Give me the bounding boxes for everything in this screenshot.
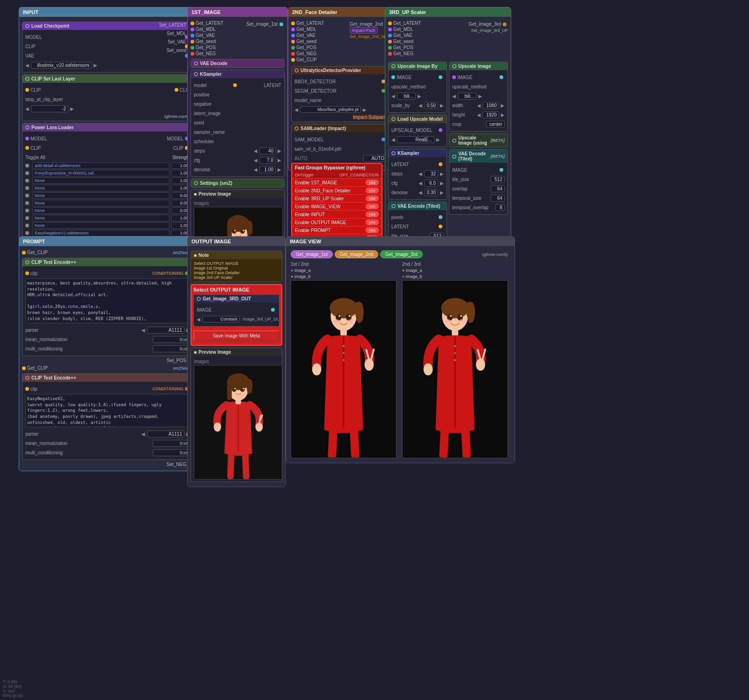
third-scaler-header: 3RD_UP Scaler <box>385 7 511 17</box>
anime-figure-output <box>194 365 282 479</box>
lora-row-9: EasyNegativeV2.safetensors 1.00 <box>25 230 190 236</box>
get-pos-1st: Get_POS <box>191 45 285 50</box>
power-lora-header[interactable]: ⬡ Power Lora Loader <box>22 124 193 131</box>
compare-2-3: 2nd / 3rd ● image_a ● image_b <box>402 262 510 458</box>
status-v: V: 162 <box>3 689 23 693</box>
load-upscale-node: ⬡ Load Upscale Model UPSCALE_MODEL ◀ <box>388 115 447 147</box>
lora-row-0: add-detail-xl.safetensors 1.00 <box>25 162 190 169</box>
svg-point-60 <box>424 363 433 375</box>
svg-point-48 <box>441 298 469 318</box>
svg-point-53 <box>445 319 451 323</box>
settings-smz-header[interactable]: ⬡ Settings (smZ) <box>191 179 284 187</box>
lora-row-5: None 0.00 <box>25 200 190 206</box>
svg-point-58 <box>454 352 456 354</box>
lora-row-7: None 1.00 <box>25 215 190 221</box>
svg-point-20 <box>235 388 236 389</box>
set-neg-connector: Set_NEG <box>22 462 193 467</box>
load-upscale-header[interactable]: ⬡ Load Upscale Model <box>389 115 447 123</box>
clip-encode-positive-header[interactable]: ⬡ CLIP Text Encode++ <box>22 258 193 266</box>
positive-prompt-text[interactable]: masterpiece, best quality,absurdres, ult… <box>25 278 190 323</box>
ksampler-1st-header[interactable]: ⬡ KSampler <box>191 70 284 78</box>
anime-compare-2-3 <box>403 281 507 458</box>
svg-point-21 <box>242 388 244 389</box>
svg-point-40 <box>343 352 345 354</box>
image-view-tabs: Get_image_1st Get_image_2nd Get_image_3r… <box>289 249 512 260</box>
get-seed-3rd: Get_seed <box>388 39 508 44</box>
compare-2-3-image <box>402 280 508 458</box>
ultralytics-header[interactable]: ⬡ UltralyticsDetectorProvider <box>292 66 389 74</box>
preview-1st-header[interactable]: ■ Preview Image <box>191 190 284 198</box>
fast-groups-row-0: Enable 1ST_IMAGE yes <box>292 179 382 187</box>
svg-point-7 <box>242 230 244 231</box>
svg-point-39 <box>343 345 345 347</box>
get-clip-2nd: Get_CLIP <box>291 57 390 62</box>
fast-groups-row-4: Enable INPUT yes <box>292 211 382 219</box>
vae-decode-tiled-header[interactable]: ⬡ VAE Decode (Tiled) [BETA] <box>449 150 507 163</box>
svg-point-5 <box>240 229 245 234</box>
svg-rect-17 <box>227 382 232 401</box>
preview-output-header[interactable]: ■ Preview Image <box>191 348 282 356</box>
tab-1st-image[interactable]: Get_image_1st <box>291 250 333 258</box>
vae-decode-1st-node: ⬡ VAE Decode <box>191 59 285 68</box>
clip-encode-negative-node: ⬡ CLIP Text Encode++ clip CONDITIONING E… <box>22 373 193 460</box>
get-seed-2nd: Get_seed <box>291 39 390 44</box>
svg-point-59 <box>454 359 456 361</box>
get-vae-1st: Get_VAE <box>191 33 285 38</box>
fast-groups-panel: Fast Groups Bypasser (rgthree) OnTrigger… <box>291 163 382 243</box>
svg-point-41 <box>343 359 345 361</box>
get-pos-3rd: Get_POS <box>388 45 508 50</box>
get-neg-3rd: Get_NEG <box>388 51 508 56</box>
svg-point-4 <box>232 229 236 234</box>
canvas-area: INPUT Set_LATENT Set_MDL Set_VAE Set_se <box>0 0 749 700</box>
svg-point-36 <box>347 319 354 323</box>
upscale-image-by-header[interactable]: ⬡ Upscale Image By <box>389 62 447 70</box>
svg-point-51 <box>450 315 452 317</box>
negative-prompt-text[interactable]: EasyNegativeV2, (worst quality, low qual… <box>25 394 190 427</box>
status-bar: T: 0.00s N: 55 (80) V: 162 FPS:30.03 <box>3 679 23 698</box>
svg-point-23 <box>214 423 221 432</box>
fast-groups-row-6: Enable PROMPT yes <box>292 226 382 234</box>
clip-encode-positive-node: ⬡ CLIP Text Encode++ clip CONDITIONING m… <box>22 258 193 356</box>
get-image-3rd-out-header[interactable]: ⬡ Get_image_3RD_OUT <box>194 295 279 303</box>
svg-rect-27 <box>235 399 241 405</box>
fast-groups-row-2: Enable 3RD_UP Scaler yes <box>292 195 382 203</box>
upscale-image-header[interactable]: ⬡ Upscale Image <box>449 62 507 70</box>
get-seed-1st: Get_seed <box>191 39 285 44</box>
vae-decode-1st-header[interactable]: ⬡ VAE Decode <box>191 59 284 67</box>
lora-row-1: Pony/Expressive_H-000001.saf... 1.00 <box>25 170 190 176</box>
note-text: Select OUTPUT IMAGE image 1st Original i… <box>194 261 279 280</box>
upscale-using-header[interactable]: ⬡ Upscale Image (using [BETA] <box>449 134 507 147</box>
impact-pack-badge-2nd: Impact-Pack <box>350 27 378 34</box>
get-image-2nd-connector: Get_image_2nd <box>350 22 390 27</box>
upscale-image-node: ⬡ Upscale Image IMAGE upscale_method <box>449 62 508 131</box>
fast-groups-row-3: Enable IMAGE_VIEW yes <box>292 203 382 211</box>
power-lora-node: ⬡ Power Lora Loader MODEL MODEL CLIP <box>22 123 193 247</box>
second-face-header: 2ND_Face Detailer <box>288 7 393 17</box>
get-neg-2nd: Get_NEG <box>291 51 390 56</box>
settings-smz-node: ⬡ Settings (smZ) <box>191 179 285 188</box>
clip-encode-negative-header[interactable]: ⬡ CLIP Text Encode++ <box>22 374 193 382</box>
output-image-header: OUTPUT IMAGE <box>188 237 285 246</box>
vae-encode-tiled-header[interactable]: ⬡ VAE Encode (Tiled) <box>389 202 447 210</box>
tab-3rd-image[interactable]: Get_image_3rd <box>380 250 423 258</box>
compare-view: 1st / 2nd ● image_a ● image_b <box>289 260 512 460</box>
note-header[interactable]: ■ Note <box>191 251 282 259</box>
ksampler-3rd-node: ⬡ KSampler LATENT steps ◀ <box>388 149 447 200</box>
status-n: N: 55 (80) <box>3 684 23 689</box>
anime-compare-1-2 <box>291 281 396 458</box>
impact-subpack-badge: Impact-Subpack <box>353 115 387 120</box>
prompt-header: PROMPT <box>19 237 196 246</box>
tab-2nd-image[interactable]: Get_image_2nd <box>335 250 378 258</box>
fast-groups-header: Fast Groups Bypasser (rgthree) <box>292 164 382 172</box>
fast-groups-row-1: Enable 2ND_Face Detailer yes <box>292 187 382 195</box>
compare-2-3-title: 2nd / 3rd <box>402 262 510 267</box>
clip-set-header[interactable]: ⬡ CLIP Set Last Layer <box>22 75 193 83</box>
save-image-button[interactable]: Save Image With Meta <box>193 330 279 341</box>
samloader-header[interactable]: ⬡ SAMLoader (Impact) <box>292 124 389 132</box>
ksampler-3rd-header[interactable]: ⬡ KSampler <box>389 149 447 157</box>
clip-set-last-node: ⬡ CLIP Set Last Layer CLIP CLIP stop_at_… <box>22 74 193 121</box>
svg-point-42 <box>312 363 322 375</box>
svg-point-34 <box>349 315 351 317</box>
compare-1-2: 1st / 2nd ● image_a ● image_b <box>291 262 398 458</box>
lora-row-3: None 1.00 <box>25 185 190 191</box>
